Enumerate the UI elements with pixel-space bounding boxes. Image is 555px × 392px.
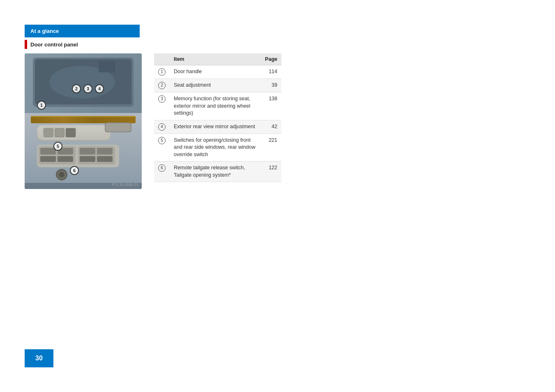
- col-page-header: Page: [261, 53, 281, 65]
- circle-num-4: 4: [158, 123, 166, 131]
- circle-num-3: 3: [158, 95, 166, 103]
- row-page-4: 42: [261, 120, 281, 134]
- svg-rect-5: [99, 61, 115, 72]
- header-blue-bar: At a glance: [25, 25, 140, 37]
- row-num-6: 6: [154, 161, 170, 182]
- row-item-2: Seat adjustment: [170, 79, 261, 92]
- table-row: 4Exterior rear view mirror adjustment42: [154, 120, 281, 134]
- row-num-4: 4: [154, 120, 170, 134]
- table-row: 3Memory function (for storing seat, exte…: [154, 92, 281, 120]
- circle-num-6: 6: [158, 164, 166, 172]
- main-content: 1 2 3 4 5 6 P72.10-2691-31 Item Page: [25, 53, 281, 189]
- svg-rect-26: [97, 148, 113, 154]
- num-circle-6: 6: [70, 166, 79, 175]
- svg-rect-25: [80, 148, 95, 154]
- svg-rect-27: [40, 156, 56, 162]
- svg-rect-30: [97, 156, 113, 162]
- row-num-2: 2: [154, 79, 170, 92]
- row-num-1: 1: [154, 65, 170, 79]
- items-table: Item Page 1Door handle1142Seat adjustmen…: [154, 53, 281, 182]
- row-item-3: Memory function (for storing seat, exter…: [170, 92, 261, 120]
- svg-rect-12: [106, 123, 131, 131]
- table-row: 5Switches for opening/closing front and …: [154, 134, 281, 161]
- table-section: Item Page 1Door handle1142Seat adjustmen…: [154, 53, 281, 182]
- page-number-box: 30: [25, 349, 53, 367]
- num-circle-2: 2: [72, 84, 81, 93]
- row-item-1: Door handle: [170, 65, 261, 79]
- table-header-row: Item Page: [154, 53, 281, 65]
- svg-rect-23: [40, 148, 56, 154]
- door-panel-illustration: [25, 53, 142, 189]
- num-circle-3: 3: [83, 84, 92, 93]
- subheader-row: Door control panel: [25, 37, 140, 51]
- svg-rect-17: [55, 129, 64, 137]
- svg-rect-19: [66, 129, 75, 137]
- svg-rect-8: [31, 116, 136, 117]
- svg-rect-15: [44, 129, 53, 137]
- subheader-text: Door control panel: [30, 42, 78, 48]
- row-page-3: 138: [261, 92, 281, 120]
- header-title: At a glance: [30, 28, 59, 34]
- col-num-header: [154, 53, 170, 65]
- svg-rect-29: [80, 156, 95, 162]
- circle-num-2: 2: [158, 82, 166, 89]
- row-page-6: 122: [261, 161, 281, 182]
- page-number: 30: [35, 355, 43, 362]
- car-image-area: 1 2 3 4 5 6 P72.10-2691-31: [25, 53, 142, 189]
- page-container: At a glance Door control panel: [0, 0, 555, 392]
- num-circle-1: 1: [37, 101, 46, 110]
- red-bar-accent: [25, 40, 27, 49]
- num-circle-5: 5: [53, 142, 62, 151]
- row-item-6: Remote tailgate release switch, Tailgate…: [170, 161, 261, 182]
- num-circle-4: 4: [95, 84, 104, 93]
- svg-point-33: [59, 172, 64, 178]
- row-num-5: 5: [154, 134, 170, 161]
- table-row: 2Seat adjustment39: [154, 79, 281, 92]
- row-page-1: 114: [261, 65, 281, 79]
- table-row: 6Remote tailgate release switch, Tailgat…: [154, 161, 281, 182]
- row-page-5: 221: [261, 134, 281, 161]
- circle-num-5: 5: [158, 137, 166, 144]
- row-page-2: 39: [261, 79, 281, 92]
- circle-num-1: 1: [158, 68, 166, 76]
- row-item-4: Exterior rear view mirror adjustment: [170, 120, 261, 134]
- svg-rect-28: [58, 156, 73, 162]
- col-item-header: Item: [170, 53, 261, 65]
- header-section: At a glance Door control panel: [25, 25, 140, 51]
- image-credit: P72.10-2691-31: [112, 182, 138, 187]
- row-num-3: 3: [154, 92, 170, 120]
- row-item-5: Switches for opening/closing front and r…: [170, 134, 261, 161]
- table-row: 1Door handle114: [154, 65, 281, 79]
